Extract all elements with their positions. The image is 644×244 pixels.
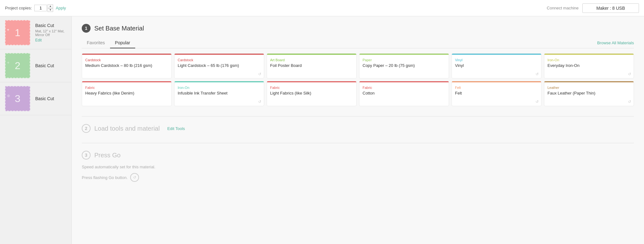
material-card-ironon2[interactable]: Iron-On Infusible Ink Transfer Sheet ↺ — [174, 81, 264, 106]
material-grid-row1: Cardstock Medium Cardstock – 80 lb (216 … — [82, 53, 634, 79]
material-card-cardstock2[interactable]: Cardstock Light Cardstock – 65 lb (176 g… — [174, 53, 264, 79]
step3-title: Press Go — [94, 152, 120, 159]
material-card-vinyl[interactable]: Vinyl Vinyl ↺ — [452, 53, 541, 79]
mat-info-3: Basic Cut — [35, 96, 54, 101]
card-border-10 — [359, 81, 449, 82]
content-area: 1 Set Base Material Favorites Popular Br… — [72, 16, 644, 244]
step1-circle: 1 — [82, 24, 91, 33]
speed-note: Speed automatically set for this materia… — [82, 165, 634, 169]
material-card-leather[interactable]: Leather Faux Leather (Paper Thin) ↺ — [544, 81, 634, 106]
material-tabs: Favorites Popular Browse All Materials — [82, 38, 634, 48]
step1-section: 1 Set Base Material Favorites Popular Br… — [82, 24, 634, 106]
card-border-8 — [175, 81, 264, 82]
material-card-paper[interactable]: Paper Copy Paper – 20 lb (75 gsm) — [359, 53, 449, 79]
mat-cat-11: Felt — [455, 86, 538, 89]
sidebar: 1 Basic Cut Mat, 12" x 12" Mat, Mirror O… — [0, 16, 72, 244]
refresh-icon-5: ↺ — [536, 72, 539, 76]
mat-mat-name-4: Copy Paper – 20 lb (75 gsm) — [363, 63, 446, 68]
mat-cat-6: Iron-On — [547, 58, 630, 62]
material-card-fabric2[interactable]: Fabric Light Fabrics (like Silk) — [267, 81, 357, 106]
refresh-icon-6: ↺ — [628, 72, 631, 76]
copies-input[interactable] — [34, 5, 47, 11]
plus-icon — [7, 55, 11, 59]
card-border-5 — [452, 54, 541, 55]
mat-edit-link-1[interactable]: Edit — [35, 38, 66, 42]
tab-favorites[interactable]: Favorites — [82, 38, 110, 48]
mat-info-1: Basic Cut Mat, 12" x 12" Mat, Mirror Off… — [35, 23, 66, 42]
card-border-2 — [175, 54, 264, 55]
material-card-fabric1[interactable]: Fabric Heavy Fabrics (like Denim) — [82, 81, 172, 106]
copies-input-wrap: ▲ ▼ — [34, 4, 53, 12]
mat-mat-name-8: Infusible Ink Transfer Sheet — [178, 91, 261, 96]
mat-mat-name-11: Felt — [455, 91, 538, 96]
mat-cat-9: Fabric — [270, 86, 353, 89]
project-copies-label: Project copies: — [5, 6, 32, 10]
mat-desc-1: Mat, 12" x 12" Mat, Mirror Off — [35, 29, 66, 37]
go-button-row: Press flashing Go button. ↺ — [82, 173, 634, 182]
mat-info-2: Basic Cut — [35, 63, 54, 68]
step1-header: 1 Set Base Material — [82, 24, 634, 33]
mat-name-3: Basic Cut — [35, 96, 54, 101]
step3-section: 3 Press Go Speed automatically set for t… — [82, 151, 634, 182]
circle-icon — [7, 88, 11, 92]
step1-title: Set Base Material — [94, 25, 144, 32]
mat-mat-name-7: Heavy Fabrics (like Denim) — [85, 91, 168, 96]
mat-cat-5: Vinyl — [455, 58, 538, 62]
mat-cat-3: Art Board — [270, 58, 353, 62]
material-card-artboard[interactable]: Art Board Foil Poster Board — [267, 53, 357, 79]
mat-thumbnail-2: 2 — [5, 53, 30, 78]
material-card-fabric3[interactable]: Fabric Cotton — [359, 81, 449, 106]
card-border-9 — [267, 81, 356, 82]
apply-button[interactable]: Apply — [56, 6, 66, 10]
edit-tools-button[interactable]: Edit Tools — [167, 126, 185, 131]
copies-spinners: ▲ ▼ — [47, 4, 53, 12]
connect-machine-button[interactable]: Maker : 8 USB — [582, 3, 639, 13]
card-border-3 — [267, 54, 356, 55]
material-grid-row2: Fabric Heavy Fabrics (like Denim) Iron-O… — [82, 81, 634, 106]
mat-cat-8: Iron-On — [178, 86, 261, 89]
material-card-felt[interactable]: Felt Felt ↺ — [452, 81, 541, 106]
mat-item-1[interactable]: 1 Basic Cut Mat, 12" x 12" Mat, Mirror O… — [0, 16, 71, 49]
copies-up-btn[interactable]: ▲ — [47, 4, 53, 8]
mat-cat-10: Fabric — [363, 86, 446, 89]
step3-header: 3 Press Go — [82, 151, 634, 160]
step2-title: Load tools and material — [94, 125, 160, 132]
tab-popular[interactable]: Popular — [110, 38, 135, 48]
step2-header: 2 Load tools and material Edit Tools — [82, 124, 634, 133]
top-bar: Project copies: ▲ ▼ Apply Connect machin… — [0, 0, 644, 16]
mat-mat-name-3: Foil Poster Board — [270, 63, 353, 68]
card-border-11 — [452, 81, 541, 82]
mat-mat-name-5: Vinyl — [455, 63, 538, 68]
mat-mat-name-12: Faux Leather (Paper Thin) — [547, 91, 630, 96]
mat-mat-name-6: Everyday Iron-On — [547, 63, 630, 68]
copies-down-btn[interactable]: ▼ — [47, 8, 53, 12]
card-border-12 — [544, 81, 634, 82]
material-card-cardstock1[interactable]: Cardstock Medium Cardstock – 80 lb (216 … — [82, 53, 172, 79]
go-note-text: Press flashing Go button. — [82, 175, 128, 180]
mat-cat-4: Paper — [363, 58, 446, 62]
step3-circle: 3 — [82, 151, 91, 160]
mat-mat-name-2: Light Cardstock – 65 lb (176 gsm) — [178, 63, 261, 68]
step2-circle: 2 — [82, 124, 91, 133]
mat-mat-name-10: Cotton — [363, 91, 446, 96]
mat-name-2: Basic Cut — [35, 63, 54, 68]
divider-2 — [82, 143, 634, 143]
material-card-ironon1[interactable]: Iron-On Everyday Iron-On ↺ — [544, 53, 634, 79]
connect-label: Connect machine — [547, 6, 579, 10]
mat-mat-name-9: Light Fabrics (like Silk) — [270, 91, 353, 96]
mat-cat-12: Leather — [547, 86, 630, 89]
browse-all-button[interactable]: Browse All Materials — [597, 41, 634, 45]
card-border-7 — [82, 81, 171, 82]
card-border-6 — [544, 54, 634, 55]
mat-cat-2: Cardstock — [178, 58, 261, 62]
mat-cat-1: Cardstock — [85, 58, 168, 62]
mat-name-1: Basic Cut — [35, 23, 66, 28]
go-circle-icon: ↺ — [130, 173, 139, 182]
refresh-icon-go: ↺ — [133, 175, 136, 180]
mat-item-2[interactable]: 2 Basic Cut — [0, 49, 71, 82]
refresh-icon-2: ↺ — [258, 72, 261, 76]
mat-item-3[interactable]: 3 Basic Cut — [0, 82, 71, 115]
main-layout: 1 Basic Cut Mat, 12" x 12" Mat, Mirror O… — [0, 16, 644, 244]
mat-thumbnail-3: 3 — [5, 86, 30, 111]
refresh-icon-11: ↺ — [536, 100, 539, 104]
